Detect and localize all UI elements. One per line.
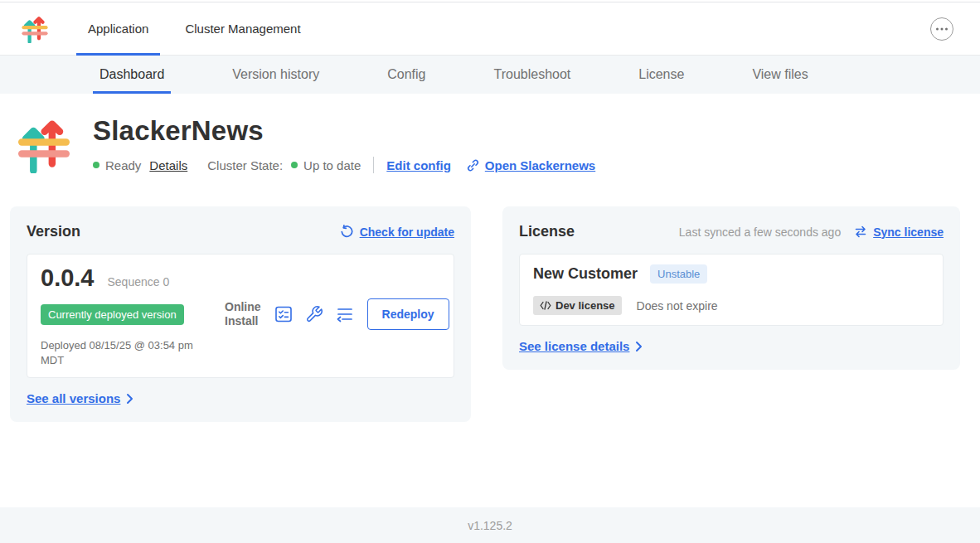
version-number: 0.0.4 [41,264,95,292]
license-expiration: Does not expire [637,299,718,313]
sync-license-label: Sync license [873,225,944,239]
see-license-details-link[interactable]: See license details [519,339,944,353]
top-tabs: Application Cluster Management [76,2,326,55]
app-icon [18,115,70,177]
tab-troubleshoot[interactable]: Troubleshoot [487,56,577,94]
see-all-versions-link[interactable]: See all versions [27,391,454,405]
version-action-icons [274,305,354,323]
tab-application[interactable]: Application [76,2,160,55]
link-icon [466,158,480,172]
status-details-link[interactable]: Details [149,158,187,172]
license-customer-row: New Customer Unstable [533,264,929,284]
license-card-header: License Last synced a few seconds ago Sy… [519,223,944,240]
dashboard-main: SlackerNews Ready Details Cluster State:… [0,94,980,422]
app-status-dot [93,162,99,168]
console-footer: v1.125.2 [0,507,980,543]
version-card: Version Check for update 0.0.4 Sequence … [10,206,471,422]
console-version: v1.125.2 [468,519,512,532]
home-logo-link[interactable] [22,2,48,55]
ellipsis-icon [935,27,948,31]
wrench-gear-icon [305,305,323,323]
install-type-line1: Online [225,300,261,314]
current-version-panel: 0.0.4 Sequence 0 Currently deployed vers… [27,254,454,378]
overflow-menu-button[interactable] [930,17,953,41]
version-actions-row: Currently deployed version Online Instal… [41,298,440,330]
license-card: License Last synced a few seconds ago Sy… [502,206,960,370]
dashboard-cards: Version Check for update 0.0.4 Sequence … [10,206,960,422]
app-header-text: SlackerNews Ready Details Cluster State:… [93,115,595,177]
redeploy-button[interactable]: Redeploy [367,298,449,330]
page-title: SlackerNews [93,115,595,147]
code-icon [540,301,551,310]
version-card-title: Version [27,223,80,240]
top-navigation-bar: Application Cluster Management [0,2,980,56]
license-card-title: License [519,223,575,240]
deployed-badge-wrap: Currently deployed version [41,304,225,325]
version-card-header: Version Check for update [27,223,454,240]
license-type-row: Dev license Does not expire [533,296,929,315]
refresh-icon [340,225,354,239]
customer-name: New Customer [533,265,638,283]
cluster-state-value: Up to date [303,158,361,172]
last-synced-text: Last synced a few seconds ago [679,225,841,239]
view-logs-button[interactable] [336,306,354,322]
release-notes-button[interactable] [274,305,293,323]
app-status-text: Ready [105,158,141,172]
vertical-divider [373,157,374,173]
sync-license-link[interactable]: Sync license [854,225,944,239]
deployed-status-badge: Currently deployed version [41,304,184,325]
app-sub-navigation: Dashboard Version history Config Trouble… [0,56,980,94]
edit-config-link[interactable]: Edit config [386,158,451,172]
open-app-link-label: Open Slackernews [485,158,595,172]
license-type-label: Dev license [555,299,615,312]
install-type-label: Online Install [225,300,261,328]
tab-cluster-management[interactable]: Cluster Management [173,2,312,55]
cluster-state-label: Cluster State: [207,158,283,172]
checklist-icon [274,305,293,323]
see-license-details-label: See license details [519,339,629,353]
open-app-link[interactable]: Open Slackernews [466,158,595,172]
app-header: SlackerNews Ready Details Cluster State:… [18,115,960,177]
license-type-badge: Dev license [533,296,622,315]
check-for-update-label: Check for update [360,225,454,239]
sequence-label: Sequence 0 [108,275,170,288]
tab-license[interactable]: License [632,56,691,94]
app-logo-icon [22,15,48,43]
tab-config[interactable]: Config [381,56,432,94]
see-all-versions-label: See all versions [27,391,120,405]
tab-dashboard[interactable]: Dashboard [93,56,171,94]
chevron-right-icon [635,341,643,352]
check-for-update-link[interactable]: Check for update [340,225,454,239]
license-sync-group: Last synced a few seconds ago Sync licen… [679,225,944,239]
channel-badge: Unstable [650,264,707,284]
logs-icon [336,306,354,322]
version-number-row: 0.0.4 Sequence 0 [41,264,440,292]
config-button[interactable] [305,305,323,323]
app-status-row: Ready Details Cluster State: Up to date … [93,157,595,173]
install-type-line2: Install [225,314,261,328]
license-detail-panel: New Customer Unstable Dev license [519,254,944,326]
deployed-timestamp: Deployed 08/15/25 @ 03:54 pm MDT [41,338,219,367]
sync-arrows-icon [854,225,867,238]
cluster-state-dot [291,162,298,168]
tab-view-files[interactable]: View files [745,56,814,94]
chevron-right-icon [126,393,133,405]
tab-version-history[interactable]: Version history [226,56,326,94]
